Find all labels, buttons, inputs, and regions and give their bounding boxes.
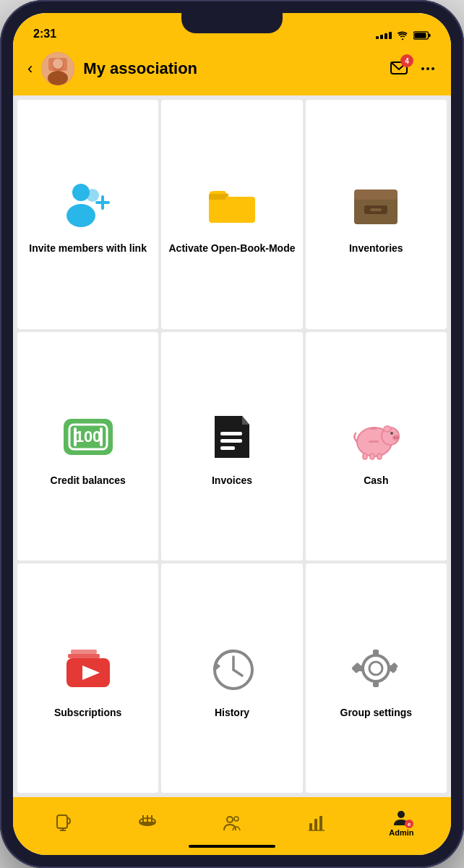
svg-rect-42 (68, 654, 100, 658)
admin-label: Admin (389, 828, 413, 837)
back-button[interactable]: ‹ (27, 59, 33, 78)
credit-balances-label: Credit balances (51, 474, 126, 487)
svg-rect-70 (314, 819, 317, 830)
svg-rect-1 (414, 33, 426, 38)
nav-item-drinks[interactable] (41, 813, 85, 832)
svg-point-50 (369, 662, 382, 675)
svg-rect-20 (370, 208, 382, 211)
piggy-icon (347, 407, 405, 465)
folder-icon (203, 175, 261, 233)
svg-rect-25 (100, 427, 103, 446)
page-title: My association (83, 59, 380, 78)
add-user-icon (59, 175, 117, 233)
svg-rect-51 (373, 650, 379, 657)
svg-point-31 (384, 426, 391, 432)
svg-rect-28 (220, 446, 235, 450)
svg-rect-69 (309, 823, 312, 830)
gear-icon (347, 639, 405, 697)
header: ‹ My association 4 (13, 45, 451, 95)
svg-point-5 (48, 71, 68, 85)
svg-point-9 (421, 67, 424, 70)
invite-members-label: Invite members with link (29, 242, 147, 255)
svg-rect-59 (57, 815, 67, 828)
grid-item-history[interactable]: History (161, 563, 302, 793)
svg-point-11 (431, 67, 434, 70)
svg-point-67 (227, 817, 233, 822)
notifications-button[interactable]: 4 (389, 59, 409, 79)
header-actions: 4 (389, 59, 437, 79)
svg-point-35 (390, 432, 393, 435)
svg-rect-41 (71, 650, 97, 654)
status-time: 2:31 (33, 27, 56, 41)
chart-icon (307, 813, 326, 832)
cup-icon (53, 813, 72, 832)
svg-point-73 (398, 811, 405, 818)
grid-item-cash[interactable]: Cash (306, 332, 447, 561)
svg-rect-27 (220, 439, 242, 443)
svg-rect-15 (95, 201, 110, 204)
nav-item-food[interactable] (126, 813, 169, 832)
status-icons (376, 30, 431, 41)
svg-point-33 (394, 437, 395, 438)
invoices-label: Invoices (212, 474, 252, 487)
svg-rect-39 (377, 454, 382, 459)
svg-rect-40 (369, 441, 379, 443)
svg-rect-52 (373, 680, 379, 687)
cash-label: Cash (364, 474, 388, 487)
svg-rect-36 (370, 427, 377, 430)
svg-rect-37 (363, 454, 367, 459)
svg-point-16 (86, 189, 99, 202)
food-icon (138, 813, 157, 832)
nav-item-members[interactable] (210, 813, 254, 832)
history-icon (203, 639, 261, 697)
svg-point-7 (53, 59, 63, 69)
svg-point-10 (426, 67, 429, 70)
signal-dots (376, 32, 392, 39)
grid-item-credit-balances[interactable]: 100 Credit balances (17, 332, 158, 561)
svg-point-32 (392, 435, 400, 441)
wifi-icon (396, 30, 409, 41)
svg-point-13 (66, 204, 95, 227)
nav-item-stats[interactable] (295, 813, 338, 832)
more-menu-button[interactable] (419, 60, 437, 77)
members-icon (223, 813, 241, 832)
notification-badge: 4 (400, 54, 413, 67)
grid-item-subscriptions[interactable]: Subscriptions (17, 563, 158, 793)
phone-screen: 2:31 (13, 13, 451, 855)
grid-item-invite-members[interactable]: Invite members with link (17, 100, 158, 329)
menu-grid: Invite members with link Activate Open- (13, 95, 451, 797)
svg-point-68 (234, 817, 239, 821)
inventories-label: Inventories (349, 242, 403, 255)
history-label: History (215, 706, 249, 719)
home-indicator (189, 845, 275, 848)
document-icon (203, 407, 261, 465)
open-book-label: Activate Open-Book-Mode (168, 242, 295, 255)
credit-icon: 100 (59, 407, 117, 465)
svg-text:100: 100 (74, 427, 101, 446)
grid-item-open-book[interactable]: Activate Open-Book-Mode (161, 100, 302, 329)
video-icon (59, 639, 117, 697)
subscriptions-label: Subscriptions (54, 706, 121, 719)
svg-point-34 (397, 437, 398, 438)
svg-rect-38 (370, 454, 374, 459)
svg-rect-26 (220, 432, 242, 435)
grid-item-inventories[interactable]: Inventories (306, 100, 447, 329)
group-settings-label: Group settings (340, 706, 413, 719)
archive-icon (347, 175, 405, 233)
nav-item-admin[interactable]: e Admin (379, 808, 423, 837)
phone-frame: 2:31 (0, 0, 464, 868)
grid-item-group-settings[interactable]: Group settings (306, 563, 447, 793)
grid-item-invoices[interactable]: Invoices (161, 332, 302, 561)
svg-rect-24 (74, 427, 77, 446)
battery-icon (413, 30, 431, 41)
avatar[interactable] (41, 52, 74, 85)
svg-rect-71 (319, 816, 322, 830)
svg-point-49 (363, 655, 389, 681)
svg-rect-2 (429, 34, 431, 37)
svg-line-47 (233, 670, 242, 676)
svg-rect-18 (354, 190, 398, 200)
notch (181, 13, 283, 33)
